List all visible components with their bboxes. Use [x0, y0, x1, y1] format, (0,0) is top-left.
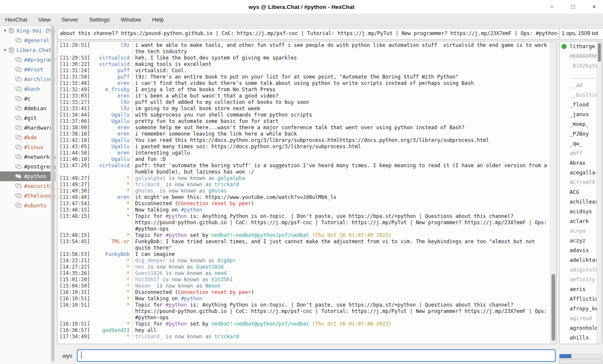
nick: virtualsid — [91, 55, 133, 61]
user-list-item[interactable]: adigitole — [560, 265, 602, 274]
sidebar-item--programming[interactable]: ##programming — [0, 55, 55, 65]
minimize-icon[interactable]: − — [547, 0, 557, 14]
channel-icon — [15, 183, 22, 189]
user-list-item[interactable]: afropy_ke — [560, 304, 602, 313]
user-list-item[interactable]: abff — [560, 148, 602, 158]
menu-item-window[interactable]: Window — [121, 16, 141, 23]
message-text: trickard_ is now known as trickard — [133, 334, 550, 340]
channel-tree-scrollbar[interactable] — [51, 26, 55, 364]
user-list-item[interactable]: agireud — [560, 313, 602, 323]
sidebar-item--archlinux[interactable]: #archlinux — [0, 74, 55, 84]
user-list-item[interactable]: aczyz — [560, 236, 602, 245]
nick: Ugallu — [91, 156, 133, 163]
user-nick: agronholm — [570, 325, 598, 331]
user-list-item[interactable]: achilleas — [560, 197, 602, 206]
user-list-item[interactable]: __ad — [560, 80, 602, 90]
user-nick: abff — [570, 150, 582, 156]
user-list-item[interactable]: aclark — [560, 216, 602, 226]
maximize-icon[interactable]: □ — [568, 0, 578, 14]
message-text: it might've been this: https://www.youtu… — [133, 194, 550, 201]
nick: FunkyBob — [91, 251, 133, 258]
channel-icon — [15, 125, 22, 130]
event-marker: * — [91, 270, 133, 277]
tree-expander-icon[interactable]: ▼ — [2, 48, 8, 52]
chat-scrollbar[interactable] — [550, 41, 556, 344]
menu-item-hexchat[interactable]: HexChat — [5, 16, 27, 23]
user-list-scroll-thumb[interactable] — [598, 43, 601, 62]
user-list-item[interactable]: _janus — [560, 109, 602, 119]
user-list-item[interactable]: _________ — [560, 71, 602, 80]
menu-item-server[interactable]: Server — [62, 16, 79, 23]
tree-label: ##rust — [24, 66, 43, 73]
user-list-item[interactable]: ACG — [560, 187, 602, 197]
sidebar-item--hardware[interactable]: #hardware — [0, 123, 55, 133]
close-icon[interactable]: × — [589, 0, 599, 14]
user-nick: _janus — [570, 111, 589, 117]
user-list-item[interactable]: Abrax — [560, 158, 602, 168]
sidebar-item--thelounge[interactable]: #thelounge — [0, 191, 55, 201]
user-list-item[interactable]: _moep_ — [560, 119, 602, 129]
user-list-item[interactable]: _qw_ — [560, 139, 602, 148]
user-list-item[interactable]: agronholm — [560, 323, 602, 333]
chat-scroll-thumb[interactable] — [551, 274, 555, 341]
chat-line: [15:01:20]*h1t35h17 is now known as h1t3… — [57, 277, 550, 283]
timestamp: [11:49:27] — [57, 182, 91, 188]
sidebar-item--python[interactable]: #python — [0, 171, 55, 181]
event-marker: * — [91, 213, 133, 232]
topic-bar[interactable]: about this channel? https://pound-python… — [57, 28, 562, 40]
user-list-item[interactable]: aefinity — [560, 274, 602, 284]
user-nick: adavis — [570, 247, 589, 253]
sidebar-item--networking[interactable]: #networking — [0, 152, 55, 162]
chat-line: [16:36:57]godSend23hey all — [57, 327, 550, 334]
user-list-item[interactable]: AhmedAmer — [560, 342, 602, 344]
chat-line: [11:33:41]l9zim going to my local book s… — [57, 106, 550, 112]
user-list-item[interactable]: 068AADRKN — [560, 51, 602, 61]
sidebar-item--rust[interactable]: ##rust — [0, 65, 55, 74]
menu-item-settings[interactable]: Settings — [89, 16, 110, 23]
event-marker: * — [91, 302, 133, 321]
user-list-item[interactable]: acegalla- — [560, 168, 602, 177]
user-list-scrollbar[interactable] — [597, 41, 602, 344]
message-text: pretty fun to automate some basic fun fo… — [133, 118, 550, 125]
menu-item-help[interactable]: Help — [152, 16, 164, 23]
user-nick: ACG — [570, 189, 579, 195]
nick: eren — [91, 194, 133, 201]
user-nick: _flood — [570, 101, 589, 108]
channel-tree-scroll-thumb[interactable] — [52, 26, 54, 361]
user-list-item[interactable]: litharge — [560, 41, 602, 51]
sidebar-item--c[interactable]: #c — [0, 94, 55, 103]
timestamp: [11:31:58] — [57, 74, 91, 80]
user-list-item[interactable]: _PJBoy — [560, 129, 602, 139]
sidebar-item--bash[interactable]: #bash — [0, 84, 55, 94]
sidebar-network-xing-hai-zhan[interactable]: ▼Xing-Hai-Zhan — [0, 26, 55, 35]
sidebar-item--postgresql[interactable]: #postgresql — [0, 162, 55, 171]
user-list-item[interactable]: adeliktas — [560, 255, 602, 265]
message-text: heh, I like the boot.dev system of givin… — [133, 55, 550, 61]
user-list-item[interactable]: aeris — [560, 284, 602, 294]
tree-label: #general — [24, 37, 49, 43]
event-marker: * — [91, 264, 133, 270]
sidebar-item--security[interactable]: #security — [0, 181, 55, 191]
event-marker: * — [91, 258, 133, 264]
user-list-item[interactable]: Afflictio — [560, 294, 602, 304]
sidebar-item--linux[interactable]: #linux — [0, 142, 55, 152]
user-list-item[interactable]: ACfromTX — [560, 177, 602, 187]
sidebar-item--ubuntu[interactable]: #ubuntu — [0, 201, 55, 210]
user-list-item[interactable]: acryo — [560, 226, 602, 236]
title-bar: wys @ Libera.Chat / #python - HexChat − … — [0, 0, 603, 14]
sidebar-item--general[interactable]: #general — [0, 35, 55, 45]
tree-expander-icon[interactable]: ▼ — [2, 29, 8, 33]
menu-item-view[interactable]: View — [38, 16, 51, 23]
sidebar-item--kde[interactable]: #kde — [0, 133, 55, 142]
sidebar-item--git[interactable]: #git — [0, 113, 55, 123]
user-list-item[interactable]: ahills — [560, 333, 602, 342]
message-text: h1t35h17 is now known as h1t35h1 — [133, 277, 550, 283]
message-input[interactable] — [77, 349, 556, 362]
user-list-item[interactable]: _8192byte — [560, 61, 602, 71]
user-list-item[interactable]: _flood — [560, 100, 602, 109]
user-list-item[interactable]: __builtin — [560, 90, 602, 100]
sidebar-item--debian[interactable]: #debian — [0, 103, 55, 113]
sidebar-network-libera-chat[interactable]: ▼Libera.Chat — [0, 45, 55, 55]
user-list-item[interactable]: adavis — [560, 245, 602, 255]
user-list-item[interactable]: acidsys — [560, 206, 602, 216]
